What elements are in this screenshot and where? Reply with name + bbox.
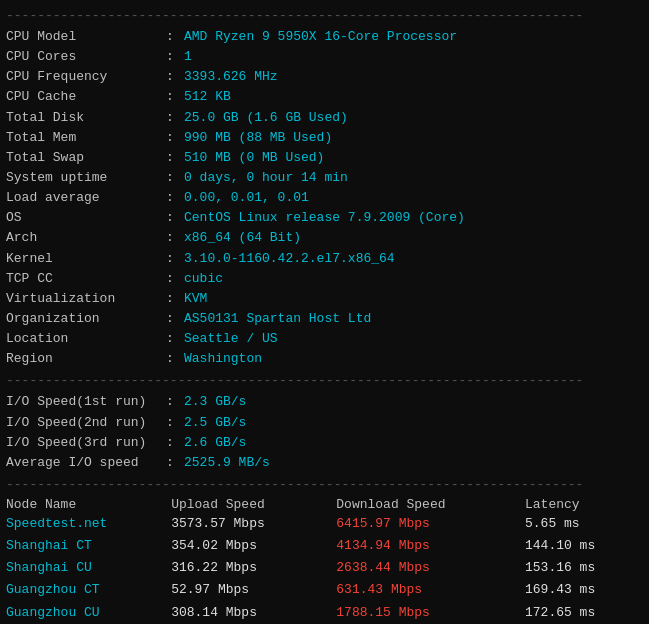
- sysinfo-colon: :: [166, 228, 184, 248]
- sysinfo-colon: :: [166, 168, 184, 188]
- sysinfo-row: CPU Frequency:3393.626 MHz: [6, 67, 643, 87]
- sysinfo-label: Total Mem: [6, 128, 166, 148]
- io-value: 2.6 GB/s: [184, 433, 246, 453]
- sysinfo-colon: :: [166, 27, 184, 47]
- sysinfo-colon: :: [166, 128, 184, 148]
- net-row: Speedtest.net 3573.57 Mbps 6415.97 Mbps …: [6, 513, 643, 535]
- io-row: I/O Speed(3rd run):2.6 GB/s: [6, 433, 643, 453]
- net-row: Guangzhou CU 308.14 Mbps 1788.15 Mbps 17…: [6, 602, 643, 624]
- net-upload: 354.02 Mbps: [171, 535, 336, 557]
- sysinfo-colon: :: [166, 148, 184, 168]
- net-node: Guangzhou CT: [6, 579, 171, 601]
- sysinfo-colon: :: [166, 269, 184, 289]
- sysinfo-label: CPU Cache: [6, 87, 166, 107]
- sysinfo-row: Total Disk:25.0 GB (1.6 GB Used): [6, 108, 643, 128]
- net-node: Shanghai CU: [6, 557, 171, 579]
- net-row: Shanghai CT 354.02 Mbps 4134.94 Mbps 144…: [6, 535, 643, 557]
- sysinfo-colon: :: [166, 108, 184, 128]
- divider-top: ----------------------------------------…: [6, 8, 643, 23]
- net-download: 4134.94 Mbps: [336, 535, 525, 557]
- sysinfo-row: CPU Model:AMD Ryzen 9 5950X 16-Core Proc…: [6, 27, 643, 47]
- io-value: 2.5 GB/s: [184, 413, 246, 433]
- sysinfo-row: Total Swap:510 MB (0 MB Used): [6, 148, 643, 168]
- sysinfo-value: 0.00, 0.01, 0.01: [184, 188, 309, 208]
- sysinfo-value: 25.0 GB (1.6 GB Used): [184, 108, 348, 128]
- sysinfo-label: Virtualization: [6, 289, 166, 309]
- sysinfo-value: 3.10.0-1160.42.2.el7.x86_64: [184, 249, 395, 269]
- sysinfo-label: Organization: [6, 309, 166, 329]
- io-section: I/O Speed(1st run):2.3 GB/sI/O Speed(2nd…: [6, 392, 643, 473]
- net-upload: 52.97 Mbps: [171, 579, 336, 601]
- net-upload: 308.14 Mbps: [171, 602, 336, 624]
- sysinfo-row: CPU Cache:512 KB: [6, 87, 643, 107]
- sysinfo-value: 990 MB (88 MB Used): [184, 128, 332, 148]
- sysinfo-label: Load average: [6, 188, 166, 208]
- sysinfo-value: Seattle / US: [184, 329, 278, 349]
- col-header-upload: Upload Speed: [171, 496, 336, 513]
- net-download: 1788.15 Mbps: [336, 602, 525, 624]
- sysinfo-colon: :: [166, 67, 184, 87]
- sysinfo-row: Kernel:3.10.0-1160.42.2.el7.x86_64: [6, 249, 643, 269]
- net-latency: 144.10 ms: [525, 535, 643, 557]
- sysinfo-section: CPU Model:AMD Ryzen 9 5950X 16-Core Proc…: [6, 27, 643, 369]
- sysinfo-label: CPU Frequency: [6, 67, 166, 87]
- sysinfo-value: CentOS Linux release 7.9.2009 (Core): [184, 208, 465, 228]
- sysinfo-row: System uptime:0 days, 0 hour 14 min: [6, 168, 643, 188]
- sysinfo-value: AMD Ryzen 9 5950X 16-Core Processor: [184, 27, 457, 47]
- sysinfo-label: Kernel: [6, 249, 166, 269]
- divider-io: ----------------------------------------…: [6, 373, 643, 388]
- sysinfo-value: x86_64 (64 Bit): [184, 228, 301, 248]
- net-download: 2638.44 Mbps: [336, 557, 525, 579]
- sysinfo-colon: :: [166, 349, 184, 369]
- net-upload: 3573.57 Mbps: [171, 513, 336, 535]
- sysinfo-value: Washington: [184, 349, 262, 369]
- io-label: I/O Speed(2nd run): [6, 413, 166, 433]
- net-latency: 172.65 ms: [525, 602, 643, 624]
- sysinfo-colon: :: [166, 249, 184, 269]
- net-upload: 316.22 Mbps: [171, 557, 336, 579]
- divider-network: ----------------------------------------…: [6, 477, 643, 492]
- sysinfo-label: CPU Cores: [6, 47, 166, 67]
- sysinfo-row: Organization:AS50131 Spartan Host Ltd: [6, 309, 643, 329]
- sysinfo-label: Total Disk: [6, 108, 166, 128]
- io-colon: :: [166, 453, 184, 473]
- sysinfo-label: CPU Model: [6, 27, 166, 47]
- col-header-latency: Latency: [525, 496, 643, 513]
- sysinfo-value: 510 MB (0 MB Used): [184, 148, 324, 168]
- sysinfo-row: Load average:0.00, 0.01, 0.01: [6, 188, 643, 208]
- sysinfo-value: AS50131 Spartan Host Ltd: [184, 309, 371, 329]
- sysinfo-colon: :: [166, 47, 184, 67]
- sysinfo-value: 3393.626 MHz: [184, 67, 278, 87]
- sysinfo-label: TCP CC: [6, 269, 166, 289]
- sysinfo-colon: :: [166, 208, 184, 228]
- io-label: I/O Speed(3rd run): [6, 433, 166, 453]
- io-label: I/O Speed(1st run): [6, 392, 166, 412]
- io-colon: :: [166, 392, 184, 412]
- sysinfo-row: TCP CC:cubic: [6, 269, 643, 289]
- sysinfo-row: Arch:x86_64 (64 Bit): [6, 228, 643, 248]
- sysinfo-value: 0 days, 0 hour 14 min: [184, 168, 348, 188]
- io-colon: :: [166, 413, 184, 433]
- io-row: I/O Speed(1st run):2.3 GB/s: [6, 392, 643, 412]
- sysinfo-row: Location:Seattle / US: [6, 329, 643, 349]
- sysinfo-label: System uptime: [6, 168, 166, 188]
- net-row: Shanghai CU 316.22 Mbps 2638.44 Mbps 153…: [6, 557, 643, 579]
- sysinfo-colon: :: [166, 289, 184, 309]
- network-section: Node Name Upload Speed Download Speed La…: [6, 496, 643, 624]
- sysinfo-value: 1: [184, 47, 192, 67]
- net-node: Shanghai CT: [6, 535, 171, 557]
- net-download: 631.43 Mbps: [336, 579, 525, 601]
- net-node: Guangzhou CU: [6, 602, 171, 624]
- sysinfo-row: Virtualization:KVM: [6, 289, 643, 309]
- io-value: 2525.9 MB/s: [184, 453, 270, 473]
- sysinfo-value: 512 KB: [184, 87, 231, 107]
- col-header-download: Download Speed: [336, 496, 525, 513]
- io-row: Average I/O speed:2525.9 MB/s: [6, 453, 643, 473]
- sysinfo-row: CPU Cores:1: [6, 47, 643, 67]
- io-value: 2.3 GB/s: [184, 392, 246, 412]
- col-header-node: Node Name: [6, 496, 171, 513]
- net-latency: 169.43 ms: [525, 579, 643, 601]
- sysinfo-value: KVM: [184, 289, 207, 309]
- sysinfo-row: Region:Washington: [6, 349, 643, 369]
- sysinfo-row: OS:CentOS Linux release 7.9.2009 (Core): [6, 208, 643, 228]
